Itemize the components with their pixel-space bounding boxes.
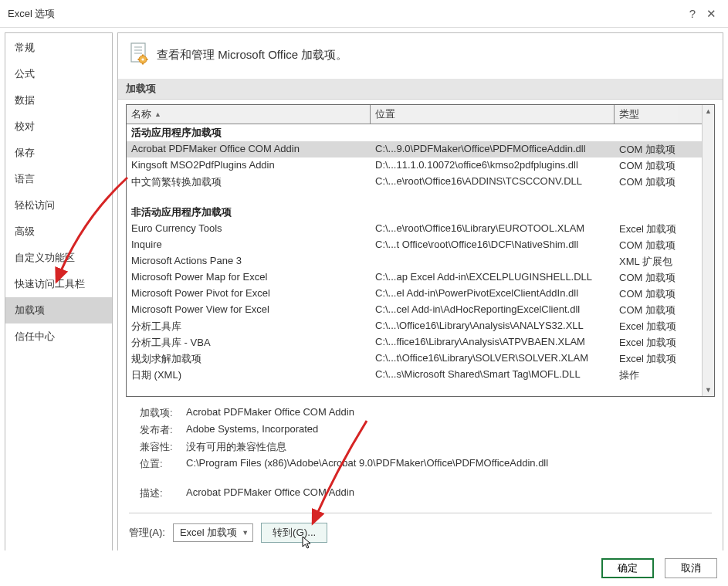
col-header-name[interactable]: 名称 ▲	[127, 105, 371, 124]
sidebar-item[interactable]: 加载项	[5, 297, 112, 323]
cell-name: Inquire	[127, 237, 371, 253]
help-button[interactable]: ?	[683, 7, 702, 20]
cell-name: 中文简繁转换加载项	[127, 174, 371, 190]
table-row[interactable]: Microsoft Power Pivot for ExcelC:\...el …	[127, 286, 702, 302]
table-header-row: 名称 ▲ 位置 类型	[127, 105, 702, 124]
col-header-location[interactable]: 位置	[371, 105, 615, 124]
sidebar-item[interactable]: 自定义功能区	[5, 245, 112, 271]
cell-type: COM 加载项	[615, 158, 678, 174]
manage-dropdown-value: Excel 加载项	[180, 526, 237, 540]
window-title: Excel 选项	[8, 7, 683, 21]
ok-button[interactable]: 确定	[601, 558, 654, 578]
scroll-up-arrow-icon[interactable]: ▲	[703, 105, 714, 117]
table-row[interactable]: InquireC:\...t Office\root\Office16\DCF\…	[127, 237, 702, 253]
titlebar: Excel 选项 ? ✕	[0, 0, 728, 28]
manage-label: 管理(A):	[129, 526, 165, 540]
cell-name: 分析工具库	[127, 318, 371, 334]
manage-bar: 管理(A): Excel 加载项 ▼ 转到(G)...	[118, 523, 723, 543]
cell-loc: C:\...ffice16\Library\Analysis\ATPVBAEN.…	[371, 334, 615, 351]
table-row[interactable]: 日期 (XML)C:\...s\Microsoft Shared\Smart T…	[127, 367, 702, 383]
sidebar-item[interactable]: 数据	[5, 87, 112, 113]
close-button[interactable]: ✕	[702, 7, 720, 21]
group-header: 非活动应用程序加载项	[127, 204, 702, 221]
cell-loc: C:\...s\Microsoft Shared\Smart Tag\MOFL.…	[371, 367, 615, 383]
sidebar-item[interactable]: 公式	[5, 61, 112, 87]
svg-rect-9	[147, 59, 148, 60]
cell-type: 操作	[615, 367, 678, 383]
cell-loc: C:\...9.0\PDFMaker\Office\PDFMOfficeAddi…	[371, 141, 615, 158]
dropdown-caret-icon: ▼	[242, 529, 249, 537]
manage-dropdown[interactable]: Excel 加载项 ▼	[173, 523, 253, 542]
cell-loc: C:\...t Office\root\Office16\DCF\NativeS…	[371, 237, 615, 253]
cell-name: 日期 (XML)	[127, 367, 371, 383]
cell-type: COM 加载项	[615, 174, 678, 190]
addins-table: 名称 ▲ 位置 类型 活动应用程序加载项Acrobat PDFMaker Off…	[126, 104, 715, 397]
cell-type: COM 加载项	[615, 237, 678, 253]
sidebar-item[interactable]: 轻松访问	[5, 192, 112, 218]
detail-label-location: 位置:	[140, 457, 186, 471]
table-row[interactable]: 中文简繁转换加载项C:\...e\root\Office16\ADDINS\TC…	[127, 174, 702, 190]
cell-loc: C:\...e\root\Office16\ADDINS\TCSCCONV.DL…	[371, 174, 615, 190]
col-header-name-text: 名称	[131, 107, 151, 121]
main-panel: 查看和管理 Microsoft Office 加载项。 加载项 名称 ▲ 位置 …	[117, 32, 723, 553]
table-row[interactable]: Microsoft Power Map for ExcelC:\...ap Ex…	[127, 269, 702, 286]
detail-label-desc: 描述:	[140, 486, 186, 500]
cancel-button[interactable]: 取消	[665, 558, 717, 578]
divider	[129, 513, 712, 513]
cell-loc: C:\...e\root\Office16\Library\EUROTOOL.X…	[371, 221, 615, 237]
go-button[interactable]: 转到(G)...	[261, 523, 327, 543]
heading-text: 查看和管理 Microsoft Office 加载项。	[157, 48, 347, 63]
sidebar-item[interactable]: 校对	[5, 113, 112, 140]
sidebar-item[interactable]: 高级	[5, 218, 112, 245]
cell-loc: C:\...el Add-in\PowerPivotExcelClientAdd…	[371, 286, 615, 302]
table-row[interactable]: 规划求解加载项C:\...t\Office16\Library\SOLVER\S…	[127, 351, 702, 367]
cell-name: Kingsoft MSO2PdfPlugins Addin	[127, 158, 371, 174]
cell-name: 分析工具库 - VBA	[127, 334, 371, 351]
category-sidebar: 常规公式数据校对保存语言轻松访问高级自定义功能区快速访问工具栏加载项信任中心	[5, 32, 113, 553]
cell-loc: C:\...ap Excel Add-in\EXCELPLUGINSHELL.D…	[371, 269, 615, 286]
cell-loc: C:\...cel Add-in\AdHocReportingExcelClie…	[371, 302, 615, 318]
svg-rect-6	[142, 55, 144, 56]
sidebar-item[interactable]: 快速访问工具栏	[5, 271, 112, 297]
table-row[interactable]: Microsoft Power View for ExcelC:\...cel …	[127, 302, 702, 318]
scroll-track[interactable]	[703, 117, 714, 384]
sort-asc-icon: ▲	[154, 110, 161, 118]
sidebar-item[interactable]: 常规	[5, 35, 112, 61]
table-row[interactable]: Acrobat PDFMaker Office COM AddinC:\...9…	[127, 141, 702, 158]
sidebar-item[interactable]: 保存	[5, 140, 112, 166]
detail-label-publisher: 发布者:	[140, 423, 186, 437]
table-row[interactable]: Kingsoft MSO2PdfPlugins AddinD:\...11.1.…	[127, 158, 702, 174]
cell-type: Excel 加载项	[615, 318, 678, 334]
heading: 查看和管理 Microsoft Office 加载项。	[118, 42, 723, 79]
group-header: 活动应用程序加载项	[127, 124, 702, 141]
cell-loc: C:\...t\Office16\Library\SOLVER\SOLVER.X…	[371, 351, 615, 367]
sidebar-item[interactable]: 信任中心	[5, 323, 112, 350]
addins-page-icon	[129, 42, 149, 68]
table-row[interactable]: 分析工具库C:\...\Office16\Library\Analysis\AN…	[127, 318, 702, 334]
cell-name: Microsoft Actions Pane 3	[127, 253, 371, 269]
cell-type: COM 加载项	[615, 141, 678, 158]
sidebar-item[interactable]: 语言	[5, 166, 112, 192]
vertical-scrollbar[interactable]: ▲ ▼	[702, 105, 714, 396]
addin-details: 加载项:Acrobat PDFMaker Office COM Addin 发布…	[118, 397, 723, 502]
scroll-down-arrow-icon[interactable]: ▼	[703, 384, 714, 396]
table-row[interactable]: Euro Currency ToolsC:\...e\root\Office16…	[127, 221, 702, 237]
cell-name: 规划求解加载项	[127, 351, 371, 367]
col-header-type[interactable]: 类型	[615, 105, 678, 124]
detail-desc: Acrobat PDFMaker Office COM Addin	[186, 486, 712, 500]
detail-addin: Acrobat PDFMaker Office COM Addin	[186, 406, 712, 420]
table-row[interactable]: Microsoft Actions Pane 3XML 扩展包	[127, 253, 702, 269]
cell-type: XML 扩展包	[615, 253, 678, 269]
cell-loc: C:\...\Office16\Library\Analysis\ANALYS3…	[371, 318, 615, 334]
detail-publisher: Adobe Systems, Incorporated	[186, 423, 712, 437]
svg-point-5	[141, 58, 144, 60]
svg-rect-8	[138, 59, 140, 60]
cell-name: Microsoft Power View for Excel	[127, 302, 371, 318]
cell-name: Acrobat PDFMaker Office COM Addin	[127, 141, 371, 158]
cell-type: COM 加载项	[615, 286, 678, 302]
cell-type: Excel 加载项	[615, 221, 678, 237]
detail-label-addin: 加载项:	[140, 406, 186, 420]
section-label: 加载项	[118, 79, 723, 100]
cell-type: COM 加载项	[615, 302, 678, 318]
table-row[interactable]: 分析工具库 - VBAC:\...ffice16\Library\Analysi…	[127, 334, 702, 351]
